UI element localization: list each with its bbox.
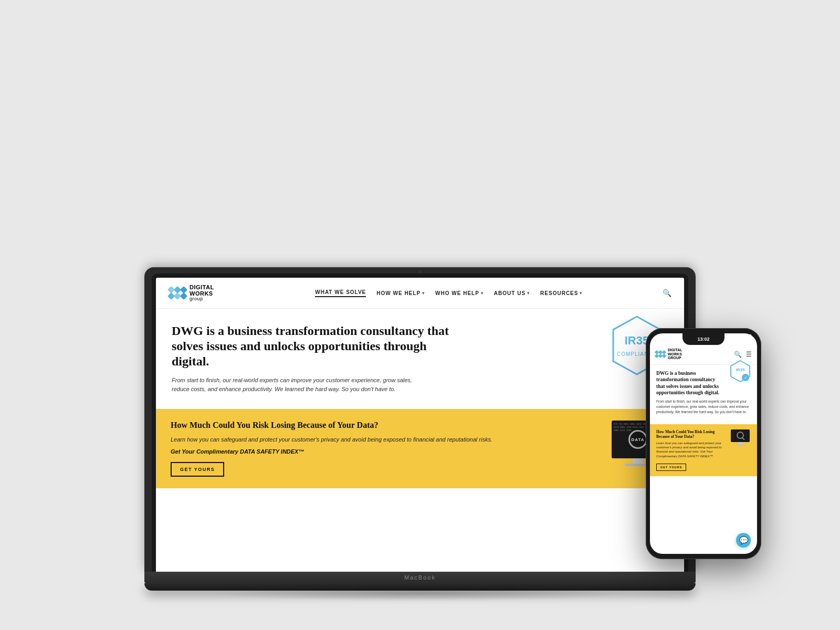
logo-hexagons xyxy=(169,287,186,299)
laptop-shadow xyxy=(210,585,630,601)
website: DIGITAL WORKS group WHAT WE SOLVE xyxy=(156,278,684,572)
laptop-camera xyxy=(418,270,422,274)
yellow-content: How Much Could You Risk Losing Because o… xyxy=(171,421,598,477)
phone-notch: 13:02 xyxy=(682,333,724,345)
main-scene: DIGITAL WORKS group WHAT WE SOLVE xyxy=(52,39,788,591)
logo-text: DIGITAL WORKS group xyxy=(190,284,214,302)
phone-yellow-section: How Much Could You Risk Losing Because o… xyxy=(650,424,757,477)
phone-hero-headline: DWG is a business transformation consult… xyxy=(656,370,724,396)
phone-monitor-base xyxy=(736,444,746,445)
phone-screen: DIGITAL WORKS group 🔍 ☰ IR35 xyxy=(650,333,757,554)
phone-logo[interactable]: DIGITAL WORKS group xyxy=(655,348,734,360)
yellow-title: How Much Could You Risk Losing Because o… xyxy=(171,421,598,430)
phone-logo-text: DIGITAL WORKS group xyxy=(668,348,682,360)
yellow-subtitle: Learn how you can safeguard and protect … xyxy=(171,435,598,444)
phone-search-icon[interactable]: 🔍 xyxy=(734,351,742,358)
phone-yellow-sub: Learn how you can safeguard and protect … xyxy=(656,441,727,459)
svg-point-5 xyxy=(737,432,743,438)
magnifier-icon: DATA xyxy=(628,430,647,449)
hero-headline: DWG is a business transformation consult… xyxy=(172,323,466,369)
chevron-down-icon: ▾ xyxy=(422,291,425,296)
nav-who-we-help[interactable]: WHO WE HELP ▾ xyxy=(435,290,484,296)
chevron-down-icon: ▾ xyxy=(580,291,582,296)
yellow-section: How Much Could You Risk Losing Because o… xyxy=(156,409,684,488)
phone-chat-bubble[interactable]: 💬 xyxy=(736,533,751,548)
phone-hero-sub: From start to finish, our real-world exp… xyxy=(656,399,751,414)
search-icon[interactable]: 🔍 xyxy=(663,289,671,297)
monitor-stand xyxy=(633,458,643,464)
laptop-device: DIGITAL WORKS group WHAT WE SOLVE xyxy=(144,267,696,591)
svg-text:IR35: IR35 xyxy=(736,368,745,372)
laptop-base: MacBook xyxy=(144,572,696,583)
phone-nav-icons: 🔍 ☰ xyxy=(734,351,752,358)
site-nav: DIGITAL WORKS group WHAT WE SOLVE xyxy=(156,278,684,309)
phone-frame: 13:02 ▐▐▐ WiFi 🔋 xyxy=(646,328,761,559)
phone-menu-icon[interactable]: ☰ xyxy=(746,351,752,358)
phone-yellow-title: How Much Could You Risk Losing Because o… xyxy=(656,429,727,439)
nav-links: WHAT WE SOLVE HOW WE HELP ▾ WHO WE HELP … xyxy=(235,289,663,297)
phone-device: 13:02 ▐▐▐ WiFi 🔋 xyxy=(646,328,761,559)
yellow-cta-text: Get Your Complimentary DATA SAFETY INDEX… xyxy=(171,448,598,455)
logo[interactable]: DIGITAL WORKS group xyxy=(169,284,214,302)
hero-section: DWG is a business transformation consult… xyxy=(156,309,684,404)
chevron-down-icon: ▾ xyxy=(481,291,484,296)
hex-dot-6 xyxy=(180,292,187,300)
phone-logo-hexagons xyxy=(655,351,666,358)
laptop-lid: DIGITAL WORKS group WHAT WE SOLVE xyxy=(144,267,696,572)
laptop-bezel: DIGITAL WORKS group WHAT WE SOLVE xyxy=(152,274,688,572)
nav-how-we-help[interactable]: HOW WE HELP ▾ xyxy=(376,290,425,296)
chevron-down-icon: ▾ xyxy=(527,291,530,296)
svg-line-6 xyxy=(742,438,744,440)
phone-monitor-screen xyxy=(731,429,750,442)
nav-resources[interactable]: RESOURCES ▾ xyxy=(540,290,582,296)
laptop-screen: DIGITAL WORKS group WHAT WE SOLVE xyxy=(156,278,684,572)
get-yours-button[interactable]: GET YOURS xyxy=(171,462,224,477)
phone-ir35-badge: IR35 ✓ xyxy=(729,360,752,383)
monitor-label: DATA xyxy=(631,437,644,442)
macbook-label: MacBook xyxy=(404,574,436,581)
phone-monitor xyxy=(731,429,751,445)
phone-get-yours-button[interactable]: GET YOURS xyxy=(656,464,686,471)
nav-what-we-solve[interactable]: WHAT WE SOLVE xyxy=(315,289,366,297)
nav-about-us[interactable]: ABOUT US ▾ xyxy=(494,290,530,296)
hero-subtext: From start to finish, our real-world exp… xyxy=(172,376,424,393)
svg-text:✓: ✓ xyxy=(744,375,748,380)
phone-time: 13:02 xyxy=(697,337,709,342)
phone-hex-6 xyxy=(662,354,666,358)
phone-yellow-content: How Much Could You Risk Losing Because o… xyxy=(656,429,727,471)
